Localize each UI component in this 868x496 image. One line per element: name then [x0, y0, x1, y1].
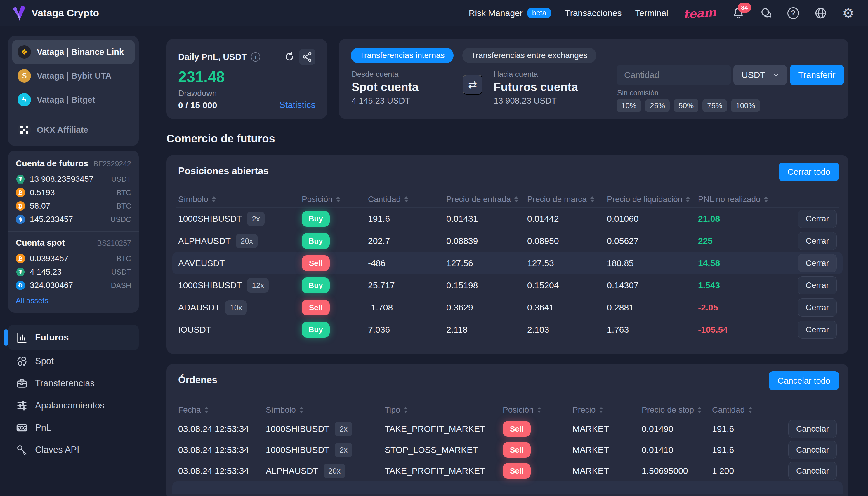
column-header-fecha[interactable]: Fecha [178, 405, 266, 415]
percent-chip-50[interactable]: 50% [674, 99, 698, 112]
cancel-order-button[interactable]: Cancelar [788, 462, 837, 480]
price-cell: MARKET [572, 445, 642, 455]
account-binance[interactable]: ❖ Vataga | Binance Link [12, 40, 135, 64]
tab-exchange-transfers[interactable]: Transferencias entre exchanges [462, 48, 596, 63]
close-position-button[interactable]: Cerrar [798, 298, 837, 316]
column-header-pnl[interactable]: PNL no realizado [698, 195, 785, 204]
close-position-button[interactable]: Cerrar [798, 254, 837, 272]
sort-icon [212, 196, 216, 202]
divider [8, 231, 139, 232]
percent-chips: 10% 25% 50% 75% 100% [616, 99, 760, 112]
btc-icon: ₿ [16, 188, 25, 197]
nav-terminal-label: Terminal [635, 8, 668, 18]
swap-accounts-button[interactable]: ⇄ [463, 75, 482, 94]
symbol-text: AAVEUSDT [178, 258, 225, 268]
chat-button[interactable] [759, 6, 773, 20]
sidebar-item-label: PnL [35, 422, 51, 433]
sort-icon [764, 196, 768, 202]
column-header-cantidad[interactable]: Cantidad [712, 405, 783, 415]
liquidation-price-cell: 0.05627 [607, 236, 698, 246]
nav-risk-manager[interactable]: Risk Manager beta [469, 7, 552, 18]
column-header-precio-stop[interactable]: Precio de stop [642, 405, 712, 415]
date-cell: 03.08.24 12:53:34 [178, 424, 266, 434]
sidebar-item-claves-api[interactable]: Claves API [8, 439, 139, 461]
quantity-cell: 202.7 [368, 236, 446, 246]
account-bitget[interactable]: ϟ Vataga | Bitget [12, 88, 135, 112]
entry-price-cell: 127.56 [446, 258, 527, 268]
brand[interactable]: Vataga Crypto [11, 5, 99, 21]
from-account-name: Spot cuenta [351, 80, 419, 94]
all-assets-link[interactable]: All assets [16, 296, 48, 305]
btc-icon: ₿ [16, 201, 25, 211]
close-all-button[interactable]: Cerrar todo [779, 162, 839, 181]
pnl-bottom: Drawdown 0 / 15 000 Statistics [178, 89, 315, 110]
column-header-posicion[interactable]: Posición [503, 405, 572, 415]
percent-chip-25[interactable]: 25% [645, 99, 670, 112]
transfer-card: Transferencias internas Transferencias e… [339, 39, 849, 119]
close-position-button[interactable]: Cerrar [798, 232, 837, 250]
close-position-button[interactable]: Cerrar [798, 210, 837, 228]
column-header-precio-liquidacion[interactable]: Precio de liquidación [607, 195, 698, 204]
to-account-block[interactable]: Hacia cuenta Futuros cuenta 13 908.23 US… [494, 70, 578, 106]
tab-internal-transfers[interactable]: Transferencias internas [351, 48, 453, 63]
asset-row: $ 145.233457 USDC [16, 213, 131, 226]
side-badge: Sell [503, 442, 531, 458]
percent-chip-100[interactable]: 100% [731, 99, 760, 112]
nav-terminal[interactable]: Terminal [635, 8, 668, 18]
currency-select[interactable]: USDT [733, 65, 787, 85]
share-button[interactable] [299, 49, 315, 65]
asset-amount: 58.07 [30, 201, 112, 211]
statistics-link[interactable]: Statistics [279, 100, 315, 110]
column-header-tipo[interactable]: Tipo [385, 405, 503, 415]
bitget-icon: ϟ [17, 93, 31, 107]
leverage-chip: 2x [335, 422, 352, 436]
close-position-button[interactable]: Cerrar [798, 321, 837, 339]
sidebar-item-transferencias[interactable]: Transferencias [8, 372, 139, 394]
column-header-posicion[interactable]: Posición [302, 195, 368, 204]
stop-price-cell: 0.01410 [642, 445, 712, 455]
percent-chip-10[interactable]: 10% [616, 99, 641, 112]
cancel-all-button[interactable]: Cancelar todo [769, 371, 839, 390]
nav-transacciones[interactable]: Transacciones [565, 8, 622, 18]
column-header-precio-entrada[interactable]: Precio de entrada [446, 195, 527, 204]
quantity-cell: 1 200 [712, 466, 783, 476]
to-account-balance: 13 908.23 USDT [494, 96, 578, 106]
team-logo[interactable]: team [683, 5, 716, 21]
okx-affiliate-item[interactable]: OKX Affiliate [12, 118, 135, 142]
sidebar-item-pnl[interactable]: PnL [8, 417, 139, 439]
amount-input[interactable] [616, 65, 731, 85]
brand-name: Vataga Crypto [32, 7, 99, 19]
side-badge: Sell [302, 255, 330, 271]
percent-chip-75[interactable]: 75% [702, 99, 727, 112]
cancel-order-button[interactable]: Cancelar [788, 441, 837, 459]
drawdown-block: Drawdown 0 / 15 000 [178, 89, 217, 110]
column-header-cantidad[interactable]: Cantidad [368, 195, 446, 204]
column-header-simbolo[interactable]: Símbolo [266, 405, 385, 415]
sidebar-item-apalancamientos[interactable]: Apalancamientos [8, 394, 139, 417]
account-bybit-label: Vataga | Bybit UTA [37, 71, 111, 81]
account-bybit[interactable]: S Vataga | Bybit UTA [12, 64, 135, 88]
column-header-precio-marca[interactable]: Precio de marca [527, 195, 607, 204]
sidebar-item-futuros[interactable]: Futuros [8, 325, 139, 350]
column-header-precio[interactable]: Precio [572, 405, 642, 415]
info-icon[interactable]: i [251, 52, 260, 62]
refresh-button[interactable] [284, 51, 295, 62]
language-button[interactable] [814, 6, 828, 20]
symbol-text: 1000SHIBUSDT [266, 445, 329, 455]
sidebar-item-spot[interactable]: Spot [8, 350, 139, 372]
asset-unit: USDT [111, 268, 131, 276]
order-row: 03.08.24 12:53:34 1000SHIBUSDT 2x TAKE_P… [172, 418, 842, 439]
balances-panel: Cuenta de futuros BF2329242 ₮ 13 908.235… [8, 151, 139, 313]
column-header-simbolo[interactable]: Símbolo [178, 195, 302, 204]
spot-account-title: Cuenta spot [16, 238, 65, 248]
notifications-button[interactable]: 34 [731, 6, 745, 20]
settings-button[interactable]: ⚙ [841, 6, 855, 20]
help-button[interactable]: ? [786, 6, 800, 20]
from-account-block[interactable]: Desde cuenta Spot cuenta 4 145.23 USDT [351, 70, 419, 106]
usdc-icon: $ [16, 215, 25, 224]
close-position-button[interactable]: Cerrar [798, 276, 837, 294]
position-cell: Buy [302, 322, 368, 338]
action-cell: Cancelar [783, 420, 837, 438]
cancel-order-button[interactable]: Cancelar [788, 420, 837, 438]
transfer-button[interactable]: Transferir [790, 65, 844, 85]
